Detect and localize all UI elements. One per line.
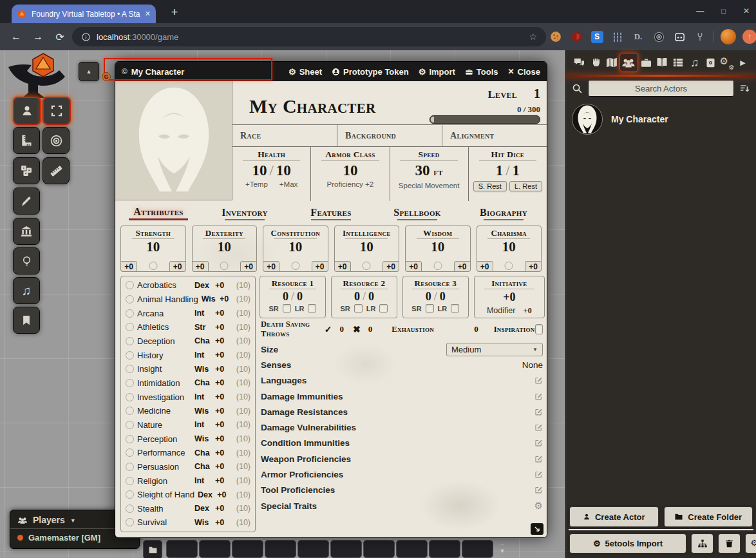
new-tab-button[interactable]: + xyxy=(166,4,183,21)
prototype-token-button[interactable]: Prototype Token xyxy=(332,67,409,77)
macro-slot[interactable] xyxy=(462,540,493,558)
lighting-tool-button[interactable] xyxy=(13,247,40,274)
size-select[interactable]: Medium▼ xyxy=(446,343,543,356)
site-info-icon[interactable] xyxy=(81,32,91,42)
ability-save[interactable]: +0 xyxy=(525,261,542,272)
tab-chat[interactable] xyxy=(571,53,587,72)
skill-row[interactable]: Performance Cha +0 (10) xyxy=(126,448,250,457)
skill-row[interactable]: Persuasion Cha +0 (10) xyxy=(126,462,250,472)
detail-field[interactable]: Background xyxy=(337,125,442,147)
detail-field[interactable]: Race xyxy=(232,125,337,147)
edit-icon[interactable] xyxy=(534,423,543,432)
edit-icon[interactable] xyxy=(534,470,543,479)
ability-save[interactable]: +0 xyxy=(383,261,399,272)
speed-block[interactable]: Speed 30 ft Special Movement xyxy=(390,147,469,201)
skill-row[interactable]: Deception Cha +0 (10) xyxy=(126,336,250,346)
resource-block[interactable]: Resource 2 0/0 SRLR xyxy=(331,276,397,318)
grid-extension-icon[interactable] xyxy=(610,30,625,44)
sounds-tool-button[interactable]: ♫ xyxy=(13,277,40,304)
skill-name[interactable]: Persuasion xyxy=(137,462,191,472)
sheet-tab[interactable]: Spellbook xyxy=(374,204,460,223)
lens-extension-icon[interactable] xyxy=(652,30,666,44)
address-bar[interactable]: localhost:30000/game ☆ xyxy=(72,27,546,46)
token-tool-button[interactable] xyxy=(13,97,41,125)
macro-slot[interactable] xyxy=(363,540,395,558)
create-actor-button[interactable]: Create Actor xyxy=(569,506,659,527)
ability-save[interactable]: +0 xyxy=(169,261,186,272)
ability-value[interactable]: 10 xyxy=(477,240,542,254)
notes-tool-button[interactable] xyxy=(13,307,40,334)
page-minus[interactable]: – xyxy=(500,541,504,547)
ability-value[interactable]: 10 xyxy=(121,240,185,254)
ability-block[interactable]: Intelligence 10 +0 +0 xyxy=(334,226,400,272)
skill-proficiency-radio[interactable] xyxy=(126,407,134,415)
ability-save[interactable]: +0 xyxy=(454,261,471,272)
skill-name[interactable]: Athletics xyxy=(137,322,191,332)
tab-tables[interactable] xyxy=(670,53,686,72)
skill-name[interactable]: Arcana xyxy=(137,309,191,318)
resource-block[interactable]: Resource 1 0/0 SRLR xyxy=(260,276,326,318)
exhaustion-value[interactable]: 0 xyxy=(474,324,478,334)
xp-value[interactable]: 0 / 300 xyxy=(517,104,540,115)
ability-block[interactable]: Charisma 10 +0 +0 xyxy=(477,226,542,272)
profile-avatar[interactable] xyxy=(721,29,736,44)
sheet-tab[interactable]: Inventory xyxy=(202,204,288,223)
special-movement-label[interactable]: Special Movement xyxy=(390,182,468,189)
save-proficiency-radio[interactable] xyxy=(220,262,229,270)
skill-row[interactable]: Acrobatics Dex +0 (10) xyxy=(126,280,250,290)
minimize-icon[interactable]: — xyxy=(696,6,704,15)
bookmark-star-icon[interactable]: ☆ xyxy=(529,32,537,42)
macro-slot[interactable] xyxy=(429,540,460,558)
long-rest-checkbox[interactable] xyxy=(379,304,388,313)
skill-row[interactable]: Animal Handling Wis +0 (10) xyxy=(126,294,250,304)
skill-proficiency-radio[interactable] xyxy=(126,518,134,526)
page-down-icon[interactable]: ▼ xyxy=(500,548,506,554)
hp-max[interactable]: 10 xyxy=(276,162,291,178)
skill-proficiency-radio[interactable] xyxy=(126,309,134,318)
edit-icon[interactable] xyxy=(534,486,543,494)
ability-save[interactable]: +0 xyxy=(312,261,328,272)
select-tool-button[interactable] xyxy=(43,97,71,125)
edit-icon[interactable] xyxy=(534,408,543,416)
initiative-block[interactable]: Initiative +0 Modifier+0 xyxy=(474,276,545,318)
hit-dice-value[interactable]: 1 xyxy=(496,162,504,178)
ability-value[interactable]: 10 xyxy=(263,240,328,254)
maximize-icon[interactable]: □ xyxy=(721,7,726,15)
skill-proficiency-radio[interactable] xyxy=(126,505,134,513)
tab-settings[interactable]: ⚙⚙ xyxy=(719,53,735,72)
long-rest-checkbox[interactable] xyxy=(451,304,459,313)
hotbar-page-control[interactable]: – ▼ xyxy=(496,540,509,558)
sort-filter-icon[interactable] xyxy=(739,83,750,94)
window-resize-handle[interactable] xyxy=(531,523,543,535)
short-rest-checkbox[interactable] xyxy=(283,304,291,313)
short-rest-button[interactable]: S. Rest xyxy=(473,181,507,191)
skill-name[interactable]: Deception xyxy=(137,336,191,346)
ability-mod[interactable]: +0 xyxy=(334,261,351,272)
character-sheet-window[interactable]: © My Character ⚙Sheet Prototype Token ⚙I… xyxy=(115,61,547,538)
skill-proficiency-radio[interactable] xyxy=(126,337,134,345)
resource-label[interactable]: Resource 2 xyxy=(332,278,397,289)
tab-items[interactable] xyxy=(638,53,654,72)
skill-row[interactable]: History Int +0 (10) xyxy=(126,351,250,360)
delete-button[interactable] xyxy=(718,534,741,553)
target-tool-button[interactable] xyxy=(43,127,70,154)
tab-playlists[interactable]: ♫ xyxy=(686,53,703,72)
hp-value[interactable]: 10 xyxy=(252,162,267,178)
ability-block[interactable]: Dexterity 10 +0 +0 xyxy=(192,226,258,272)
robot-extension-icon[interactable] xyxy=(672,30,686,44)
armor-class-block[interactable]: Armor Class 10 Proficiency +2 xyxy=(311,147,390,201)
character-portrait[interactable] xyxy=(115,81,232,200)
tab-scenes[interactable] xyxy=(603,53,619,72)
ability-value[interactable]: 10 xyxy=(193,240,257,254)
create-folder-button[interactable]: Create Folder xyxy=(664,506,753,527)
sitemap-button[interactable] xyxy=(691,534,713,553)
ability-value[interactable]: 10 xyxy=(406,240,470,254)
short-rest-checkbox[interactable] xyxy=(426,304,434,313)
initiative-value[interactable]: +0 xyxy=(475,290,544,304)
reload-button[interactable]: ⟳ xyxy=(52,28,68,45)
tab-combat[interactable] xyxy=(587,53,603,72)
ability-mod[interactable]: +0 xyxy=(120,261,137,272)
search-input[interactable]: Search Actors xyxy=(588,80,734,97)
skill-row[interactable]: Insight Wis +0 (10) xyxy=(126,364,250,374)
skill-proficiency-radio[interactable] xyxy=(126,435,134,443)
